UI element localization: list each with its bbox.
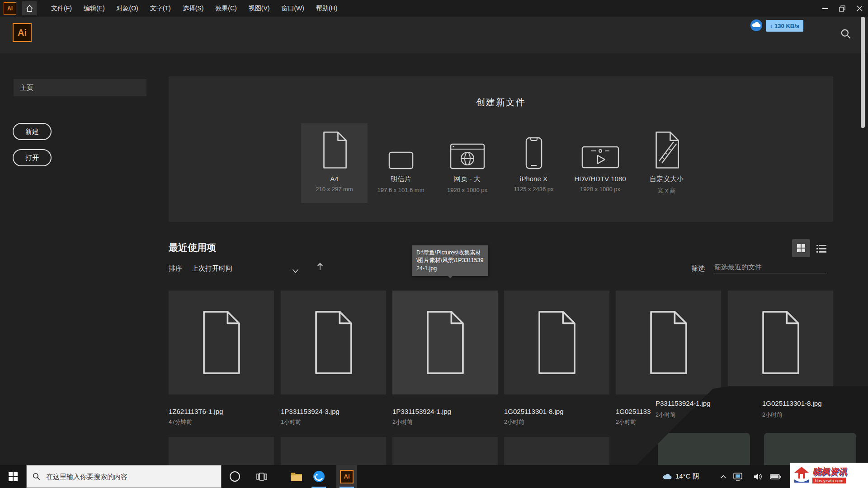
preset-custom-size[interactable]: 自定义大小 宽 x 高: [633, 123, 700, 203]
volume-button[interactable]: [750, 465, 765, 488]
weather-text[interactable]: 14°C 阴: [675, 465, 699, 488]
sort-direction-button[interactable]: [316, 262, 324, 273]
close-button[interactable]: [851, 0, 868, 17]
taskbar-search[interactable]: [26, 465, 222, 488]
watermark-url: bbs.yzwlo.com: [812, 478, 846, 483]
phone-icon: [525, 137, 542, 169]
file-thumbnail[interactable]: [169, 291, 274, 394]
postcard-icon: [388, 151, 414, 169]
sort-label: 排序: [169, 264, 182, 273]
file-card-partial[interactable]: [169, 437, 274, 465]
web-icon: [450, 143, 485, 169]
tray-expand-button[interactable]: [717, 465, 730, 488]
file-card[interactable]: 1G025113301-8.jpg 2小时前: [504, 291, 609, 426]
preset-name: 明信片: [391, 175, 411, 183]
minimize-button[interactable]: [816, 0, 834, 17]
list-view-icon: [816, 244, 826, 253]
filter-label: 筛选: [691, 264, 705, 273]
preset-a4[interactable]: A4 210 x 297 mm: [301, 123, 368, 203]
file-icon: [755, 310, 806, 375]
sidebar-item-home[interactable]: 主页: [14, 79, 146, 96]
cortana-icon: [230, 471, 240, 482]
watermark: 晓枫资讯 bbs.yzwlo.com: [790, 463, 868, 488]
creative-cloud-icon[interactable]: [750, 19, 763, 34]
overlay-file-name: 1G025113301-8.jpg: [762, 399, 822, 407]
tray-app-button[interactable]: [731, 465, 744, 488]
file-name: 1Z621113T6-1.jpg: [169, 408, 274, 415]
menu-select[interactable]: 选择(S): [177, 0, 210, 17]
file-card[interactable]: 1Z621113T6-1.jpg 47分钟前: [169, 291, 274, 426]
file-card-partial[interactable]: [392, 437, 498, 465]
file-name: 1G025113301-8.jpg: [504, 408, 609, 415]
windows-logo-icon: [9, 472, 18, 481]
preset-size: 197.6 x 101.6 mm: [377, 187, 424, 193]
windows-taskbar: Ai 14°C 阴: [0, 465, 868, 488]
menu-file[interactable]: 文件(F): [45, 0, 78, 17]
illustrator-logo: Ai: [13, 23, 32, 42]
menu-view[interactable]: 视图(V): [243, 0, 276, 17]
menu-object[interactable]: 对象(O): [111, 0, 144, 17]
menu-bar: Ai 文件(F) 编辑(E) 对象(O) 文字(T) 选择(S) 效果(C) 视…: [0, 0, 868, 17]
open-file-button[interactable]: 打开: [13, 149, 52, 166]
app-icon-text: Ai: [7, 5, 13, 12]
file-icon: [643, 310, 694, 375]
menu-effect[interactable]: 效果(C): [209, 0, 242, 17]
illustrator-taskbar-icon-text: Ai: [344, 473, 350, 480]
sync-speed-text: ↓ 130 KB/s: [770, 23, 799, 29]
file-card-hovered[interactable]: 1P331153924-1.jpg 2小时前: [392, 291, 498, 426]
header-bar: [0, 17, 868, 53]
scrollbar-thumb[interactable]: [861, 17, 865, 128]
menu-edit[interactable]: 编辑(E): [78, 0, 111, 17]
grid-view-button[interactable]: [792, 239, 810, 257]
preset-name: A4: [330, 175, 338, 183]
file-thumbnail[interactable]: [728, 291, 833, 394]
menu-window[interactable]: 窗口(W): [275, 0, 310, 17]
menu-type[interactable]: 文字(T): [144, 0, 177, 17]
tray-app-icon: [733, 473, 742, 481]
preset-web-large[interactable]: 网页 - 大 868 x 488 px: [434, 123, 500, 203]
battery-button[interactable]: [768, 465, 784, 488]
maximize-button[interactable]: [834, 0, 851, 17]
file-explorer-button[interactable]: [286, 465, 307, 488]
weather-icon[interactable]: [660, 465, 675, 488]
preset-name: HDV/HDTV 1080: [574, 175, 626, 183]
menu-help[interactable]: 帮助(H): [310, 0, 343, 17]
video-icon: [581, 144, 619, 169]
task-view-button[interactable]: [251, 465, 272, 488]
preset-postcard[interactable]: 明信片 197.6 x 101.6 mm: [368, 123, 434, 203]
sync-speed-badge[interactable]: ↓ 130 KB/s: [766, 20, 803, 32]
file-card-partial[interactable]: [281, 437, 386, 465]
watermark-title: 晓枫资讯: [812, 467, 847, 476]
preset-name: 自定义大小: [650, 175, 684, 183]
file-card-partial[interactable]: [504, 437, 609, 465]
preset-iphone-x[interactable]: iPhone X 1125 x 2436 px: [500, 123, 567, 203]
preset-hdv-1080[interactable]: HDV/HDTV 1080 868 x 488 px: [567, 123, 633, 203]
file-card[interactable]: 1P331153924-3.jpg 1小时前: [281, 291, 386, 426]
taskbar-search-input[interactable]: [45, 472, 214, 481]
browser-button[interactable]: [308, 465, 329, 488]
home-icon[interactable]: [22, 1, 37, 15]
file-time: 1小时前: [281, 418, 386, 426]
preset-size: 868 x 488 px: [580, 186, 620, 192]
list-view-button[interactable]: [814, 241, 829, 256]
chevron-down-icon[interactable]: [292, 267, 299, 275]
file-thumbnail[interactable]: [392, 291, 498, 394]
file-thumbnail[interactable]: [281, 291, 386, 394]
search-icon: [32, 472, 41, 481]
grid-view-icon: [797, 244, 806, 253]
filter-input[interactable]: [713, 260, 827, 273]
file-thumbnail[interactable]: [504, 291, 609, 394]
cortana-button[interactable]: [224, 465, 245, 488]
file-time: 2小时前: [504, 418, 609, 426]
new-file-button[interactable]: 新建: [13, 123, 52, 140]
file-thumbnail[interactable]: [616, 291, 721, 394]
search-icon[interactable]: [840, 28, 852, 42]
battery-icon: [770, 474, 782, 480]
start-button[interactable]: [0, 465, 26, 488]
illustrator-taskbar-button[interactable]: Ai: [336, 465, 357, 488]
document-icon: [320, 131, 349, 169]
speaker-icon: [753, 473, 762, 481]
app-icon[interactable]: Ai: [4, 2, 16, 15]
sort-dropdown[interactable]: 上次打开时间: [192, 264, 232, 273]
preset-size: 210 x 297 mm: [316, 186, 353, 192]
